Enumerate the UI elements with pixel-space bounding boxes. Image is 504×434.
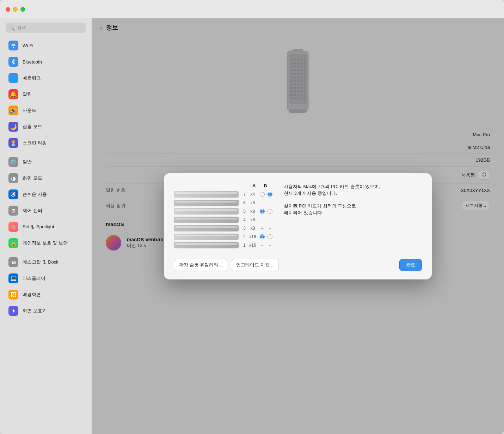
sidebar-item-label: 스크린 타임 <box>23 140 47 146</box>
radio-3a: – <box>260 226 265 231</box>
close-button[interactable] <box>6 7 10 12</box>
search-placeholder: 검색 <box>17 25 26 31</box>
upgrade-button[interactable]: 업그레이드 지침... <box>231 259 278 271</box>
radio-1b: – <box>268 243 272 248</box>
col-a-label: A <box>248 183 260 188</box>
pci-slot-2: 2 x16 <box>174 234 272 240</box>
radio-group-5 <box>260 209 272 214</box>
sidebar-item-display-mode[interactable]: ◑ 화면 모드 <box>3 170 89 186</box>
sidebar-item-label: Siri 및 Spotlight <box>23 224 54 230</box>
network-icon: 🌐 <box>8 73 18 83</box>
sidebar-item-wallpaper[interactable]: 🖼 배경화면 <box>3 287 89 302</box>
sidebar-item-bluetooth[interactable]: Bluetooth <box>3 54 89 70</box>
sidebar-item-label: 사운드 <box>23 107 36 114</box>
radio-2b <box>268 234 272 239</box>
sidebar-item-label: 알림 <box>23 91 32 97</box>
sidebar-item-network[interactable]: 🌐 네트워크 <box>3 70 89 86</box>
radio-7b <box>268 192 272 197</box>
modal-text-p2: 설치된 PCI 카드가 최적의 구성으로 배치되어 있습니다. <box>284 203 422 216</box>
search-bar[interactable]: 🔍 검색 <box>6 23 86 33</box>
radio-group-1: – – <box>260 243 272 248</box>
radio-5b <box>268 209 272 214</box>
done-button[interactable]: 완료 <box>399 259 422 271</box>
slot-num-1: 1 <box>241 243 246 248</box>
displaypref-icon: 💻 <box>8 273 18 283</box>
pci-bar-2 <box>174 234 239 240</box>
radio-3b: – <box>268 226 272 231</box>
privacy-icon: 🔒 <box>8 238 18 248</box>
radio-group-3: – – <box>260 226 272 231</box>
sidebar-item-accessibility[interactable]: ♿ 손쉬운 사용 <box>3 187 89 202</box>
slot-size-5: x8 <box>248 209 258 214</box>
radio-6a: – <box>260 200 265 205</box>
slot-num-5: 5 <box>241 209 246 214</box>
pci-bar-3 <box>174 225 239 231</box>
sidebar-item-sound[interactable]: 🔊 사운드 <box>3 103 89 118</box>
radio-4a: – <box>260 217 265 222</box>
sidebar-item-alarm[interactable]: 🔔 알림 <box>3 86 89 102</box>
pci-slot-6: 6 x8 – – <box>174 200 272 206</box>
pci-slot-7: 7 x4 <box>174 191 272 198</box>
sidebar-item-label: 데스크탑 및 Dock <box>23 259 59 265</box>
slot-num-7: 7 <box>241 192 246 197</box>
sidebar-item-label: 배경화면 <box>23 291 41 298</box>
desktop-icon: 🖥 <box>8 257 18 267</box>
slot-size-1: x16 <box>248 243 258 248</box>
slot-size-6: x8 <box>248 200 258 205</box>
sidebar-item-label: 네트워크 <box>23 75 41 81</box>
bluetooth-icon <box>8 57 18 67</box>
maximize-button[interactable] <box>20 7 25 12</box>
slot-size-7: x4 <box>248 192 258 197</box>
pci-column-headers: A B <box>174 183 272 188</box>
sidebar-item-label: 집중 모드 <box>23 123 42 130</box>
screensaver-icon: ✦ <box>8 306 18 316</box>
radio-1a: – <box>260 243 265 248</box>
utility-button[interactable]: 확장 슬롯 유틸리티... <box>174 259 227 271</box>
modal-footer: 확장 슬롯 유틸리티... 업그레이드 지침... 완료 <box>174 259 422 271</box>
sidebar-item-screensaver[interactable]: ✦ 화면 보호기 <box>3 303 89 319</box>
pci-bar-5 <box>174 208 239 215</box>
pci-slot-3: 3 x8 – – <box>174 225 272 231</box>
sidebar-item-label: 디스플레이 <box>23 275 45 282</box>
sidebar-item-desktop[interactable]: 🖥 데스크탑 및 Dock <box>3 254 89 270</box>
sidebar-item-label: 화면 보호기 <box>23 308 47 314</box>
sidebar: 🔍 검색 Wi-Fi Bl <box>0 18 92 434</box>
sidebar-item-screentime[interactable]: ⏳ 스크린 타임 <box>3 135 89 151</box>
modal-description: 사용자의 Mac에 7개의 PCI 카드 슬롯이 있으며, 현재 3개가 사용 … <box>284 183 422 251</box>
sidebar-item-label: 화면 모드 <box>23 175 42 181</box>
pci-slot-1: 1 x16 – – <box>174 242 272 248</box>
main-panel: ‹ 정보 <box>92 18 504 434</box>
control-icon: ⊞ <box>8 206 18 216</box>
sidebar-item-siri[interactable]: ◎ Siri 및 Spotlight <box>3 219 89 235</box>
pci-bar-6 <box>174 200 239 206</box>
col-b-label: B <box>260 183 271 188</box>
sidebar-item-general[interactable]: ⚙️ 일반 <box>3 154 89 170</box>
radio-2a <box>260 234 265 239</box>
pci-diagram: A B 7 x4 <box>174 183 272 251</box>
sidebar-item-label: 일반 <box>23 159 32 165</box>
modal-text-p1: 사용자의 Mac에 7개의 PCI 카드 슬롯이 있으며, 현재 3개가 사용 … <box>284 183 422 197</box>
pci-slot-5: 5 x8 <box>174 208 272 215</box>
sidebar-item-label: 제어 센터 <box>23 207 42 214</box>
sidebar-item-wifi[interactable]: Wi-Fi <box>3 38 89 53</box>
modal-body: A B 7 x4 <box>174 183 422 251</box>
sidebar-item-focus[interactable]: 🌙 집중 모드 <box>3 119 89 134</box>
sidebar-item-displaypref[interactable]: 💻 디스플레이 <box>3 271 89 286</box>
wallpaper-icon: 🖼 <box>8 290 18 300</box>
pci-modal: A B 7 x4 <box>164 173 432 279</box>
radio-7a <box>260 192 265 197</box>
content-area: 🔍 검색 Wi-Fi Bl <box>0 18 504 434</box>
general-icon: ⚙️ <box>8 157 18 167</box>
radio-group-2 <box>260 234 272 239</box>
accessibility-icon: ♿ <box>8 189 18 199</box>
radio-5a <box>260 209 265 214</box>
window-controls <box>6 7 25 12</box>
minimize-button[interactable] <box>13 7 18 12</box>
sidebar-item-control[interactable]: ⊞ 제어 센터 <box>3 203 89 218</box>
sidebar-item-label: 개인정보 보호 및 보안 <box>23 240 68 246</box>
pci-bar-4 <box>174 217 239 223</box>
focus-icon: 🌙 <box>8 122 18 132</box>
slot-num-3: 3 <box>241 226 246 231</box>
sidebar-item-privacy[interactable]: 🔒 개인정보 보호 및 보안 <box>3 235 89 251</box>
sidebar-item-label: Wi-Fi <box>23 43 33 48</box>
